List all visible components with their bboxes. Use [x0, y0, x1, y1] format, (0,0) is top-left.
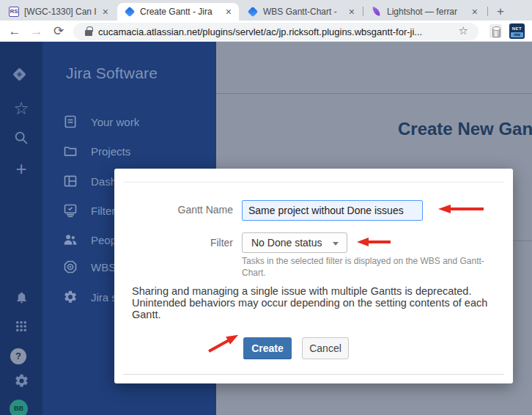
your-work-icon [63, 114, 78, 129]
help-icon[interactable]: ? [10, 348, 26, 364]
annotation-arrow-gantt-name [438, 204, 485, 214]
page-title: Create New Gantt [398, 119, 532, 139]
page-header-divider [216, 93, 532, 94]
dashboards-icon [63, 174, 78, 188]
tab-close-icon[interactable]: × [224, 7, 233, 17]
extension-net-icon[interactable]: NET ntw [509, 23, 525, 39]
chevron-down-icon [333, 242, 339, 246]
create-plus-icon[interactable]: + [0, 160, 43, 177]
address-bar[interactable]: cucamacia.atlassian.net/plugins/servlet/… [73, 23, 479, 40]
filter-dropdown[interactable]: No Done status [242, 232, 347, 253]
back-icon[interactable]: ← [6, 23, 23, 40]
wbs-icon [63, 260, 78, 274]
jira-favicon-icon [125, 7, 135, 17]
tab-close-icon[interactable]: × [101, 7, 110, 17]
tab-close-icon[interactable]: × [347, 7, 356, 17]
jira-logo-icon[interactable] [0, 67, 43, 85]
jira-app-rail: ☆ + ? BB [0, 42, 43, 415]
deprecation-warning-text: Sharing and managing a single issue with… [132, 286, 510, 320]
product-title: Jira Software [66, 65, 158, 82]
starred-icon[interactable]: ☆ [0, 100, 43, 117]
cancel-button[interactable]: Cancel [302, 337, 349, 359]
dialog-footer-divider [123, 374, 504, 375]
tab-title: Create Gantt - Jira [140, 7, 221, 17]
filters-icon [63, 203, 78, 218]
filter-help-text: Tasks in the selected filter is displaye… [242, 255, 495, 279]
tab-separator [363, 7, 363, 16]
tab-close-icon[interactable]: × [470, 7, 479, 17]
jira-favicon-icon [248, 7, 258, 17]
reload-icon[interactable]: ⟳ [50, 23, 67, 40]
tab-separator [487, 7, 488, 16]
tab-title: [WGC-1330] Can I [24, 7, 98, 17]
tab-create-gantt[interactable]: Create Gantt - Jira × [117, 3, 239, 21]
create-button[interactable]: Create [243, 337, 292, 359]
filter-selected-value: No Done status [251, 237, 322, 249]
gear-icon [63, 290, 78, 304]
https-lock-icon [85, 30, 92, 36]
page-section-divider [513, 240, 532, 241]
forward-icon[interactable]: → [28, 23, 45, 40]
screenshot-stage: RS [WGC-1330] Can I × Create Gantt - Jir… [0, 0, 532, 415]
tab-wgc-issue[interactable]: RS [WGC-1330] Can I × [1, 3, 116, 21]
sidebar-item-your-work[interactable]: Your work [43, 113, 216, 131]
tab-lightshot[interactable]: Lightshot — ferrar × [364, 3, 485, 21]
annotation-arrow-filter [357, 237, 392, 247]
folder-icon [63, 144, 78, 158]
extension-can-icon[interactable] [489, 24, 502, 38]
new-tab-button[interactable]: + [492, 4, 509, 20]
feather-favicon-icon [372, 7, 382, 17]
bookmark-star-icon[interactable]: ☆ [459, 24, 468, 37]
rs-favicon-icon: RS [9, 7, 19, 17]
browser-toolbar: ← → ⟳ cucamacia.atlassian.net/plugins/se… [0, 21, 532, 42]
people-icon [63, 232, 78, 247]
url-text[interactable]: cucamacia.atlassian.net/plugins/servlet/… [98, 26, 443, 37]
app-switcher-grid-icon[interactable] [0, 320, 43, 333]
browser-tab-strip: RS [WGC-1330] Can I × Create Gantt - Jir… [0, 0, 532, 21]
tab-title: WBS Gantt-Chart - [263, 7, 344, 17]
tab-title: Lightshot — ferrar [387, 7, 468, 17]
user-avatar[interactable]: BB [10, 400, 28, 415]
notifications-bell-icon[interactable] [0, 290, 43, 304]
tab-wbs-gantt-chart[interactable]: WBS Gantt-Chart - × [240, 3, 362, 21]
create-gantt-dialog: Gantt Name Filter No Done status Tasks i… [114, 169, 513, 383]
filter-label: Filter [122, 237, 233, 249]
dialog-header-divider [123, 182, 504, 183]
personal-settings-gear-icon[interactable] [0, 373, 43, 389]
sidebar-item-projects[interactable]: Projects [43, 142, 216, 160]
search-icon[interactable] [0, 130, 43, 146]
gantt-name-label: Gantt Name [122, 204, 233, 216]
gantt-name-input[interactable] [242, 200, 423, 221]
